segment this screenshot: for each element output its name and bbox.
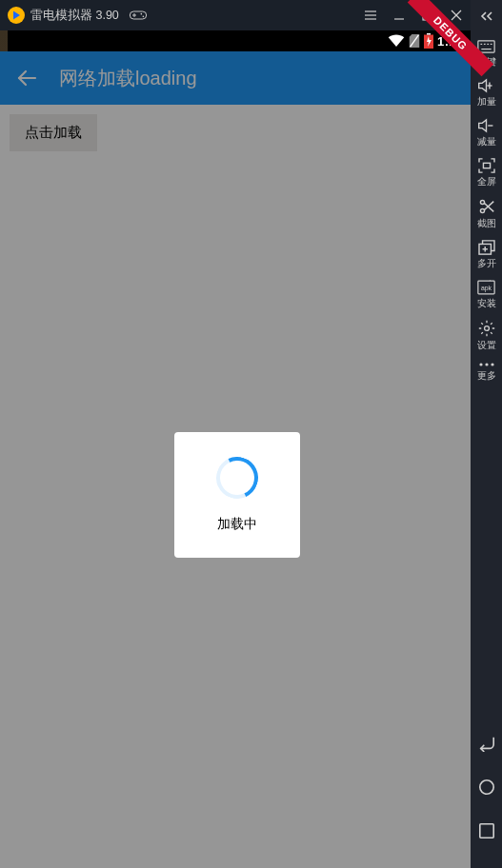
sidebar-item-screenshot[interactable]: 截图 — [471, 198, 502, 228]
emulator-window: 雷电模拟器 3.90 — [0, 0, 471, 868]
wifi-icon — [388, 34, 405, 48]
volume-down-icon — [477, 118, 495, 133]
menu-icon[interactable] — [356, 0, 385, 30]
spinner-icon — [211, 451, 264, 504]
svg-point-4 — [142, 16, 144, 18]
nav-home-button[interactable] — [471, 765, 502, 809]
nav-back-icon — [477, 735, 496, 752]
sidebar-item-label: 全屏 — [477, 176, 496, 187]
svg-line-29 — [484, 202, 493, 210]
sidebar-item-label: 安装 — [477, 298, 496, 308]
svg-rect-25 — [483, 163, 490, 168]
svg-line-28 — [484, 203, 493, 211]
sidebar-item-install[interactable]: apk 安装 — [471, 280, 502, 308]
sidebar-item-more[interactable]: 更多 — [471, 362, 502, 381]
svg-point-3 — [140, 13, 142, 15]
gamepad-icon[interactable] — [129, 9, 148, 22]
sidebar-item-settings[interactable]: 设置 — [471, 320, 502, 350]
sim-icon — [409, 34, 420, 48]
loading-dialog: 加载中 — [174, 432, 300, 558]
sidebar-item-label: 减量 — [477, 136, 496, 147]
sidebar-item-volume-up[interactable]: 加量 — [471, 78, 502, 107]
nav-back-button[interactable] — [471, 721, 502, 765]
sidebar-item-label: 更多 — [477, 370, 496, 381]
svg-point-38 — [491, 363, 493, 365]
more-icon — [478, 362, 495, 367]
emulator-sidebar: 按键 加量 减量 全屏 截图 多开 apk 安装 设置 — [471, 0, 502, 868]
nav-recent-icon — [478, 822, 495, 839]
window-titlebar: 雷电模拟器 3.90 — [0, 0, 471, 30]
window-title: 雷电模拟器 3.90 — [30, 8, 119, 24]
loading-text: 加载中 — [217, 516, 257, 533]
svg-text:apk: apk — [481, 285, 492, 292]
svg-point-35 — [484, 326, 489, 331]
svg-point-39 — [479, 780, 492, 794]
sidebar-item-label: 设置 — [477, 340, 496, 350]
volume-up-icon — [477, 78, 495, 93]
svg-point-37 — [485, 363, 488, 365]
android-nav-buttons — [471, 721, 502, 868]
svg-point-36 — [479, 363, 482, 365]
svg-rect-14 — [427, 33, 431, 35]
phone-screen: DEBUG 1:20 网络加载loading — [0, 30, 471, 868]
scissors-icon — [478, 198, 495, 215]
battery-charging-icon — [424, 33, 433, 49]
sidebar-item-label: 截图 — [477, 218, 496, 228]
nav-recent-button[interactable] — [471, 809, 502, 853]
collapse-sidebar-button[interactable] — [471, 4, 502, 29]
svg-rect-0 — [130, 11, 146, 19]
ldplayer-logo — [8, 7, 25, 24]
sidebar-item-label: 加量 — [477, 96, 496, 107]
multi-instance-icon — [478, 240, 495, 255]
android-statusbar: DEBUG 1:20 — [0, 30, 471, 51]
sidebar-item-label: 多开 — [477, 258, 496, 268]
sidebar-item-multiinstance[interactable]: 多开 — [471, 240, 502, 268]
nav-home-icon — [478, 779, 495, 796]
sidebar-item-fullscreen[interactable]: 全屏 — [471, 158, 502, 187]
fullscreen-icon — [478, 158, 495, 173]
sidebar-item-volume-down[interactable]: 减量 — [471, 118, 502, 147]
svg-rect-40 — [479, 824, 492, 838]
gear-icon — [478, 320, 495, 337]
apk-install-icon: apk — [477, 280, 495, 295]
